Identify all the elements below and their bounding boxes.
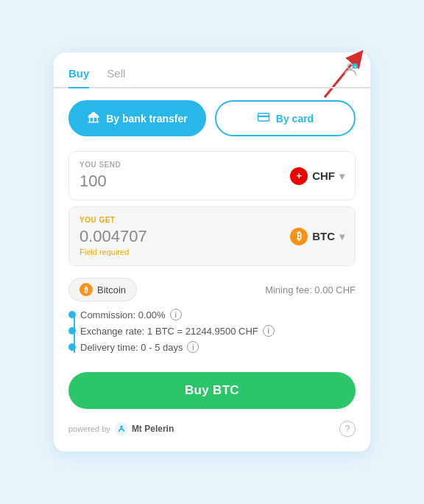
send-section: YOU SEND 100 + CHF ▾ (68, 151, 356, 200)
coin-name: Bitcoin (97, 284, 126, 295)
chf-flag-icon: + (290, 167, 308, 185)
brand-name: Mt Pelerin (132, 424, 174, 434)
tab-buy[interactable]: Buy (68, 63, 89, 88)
exchange-rate-text: Exchange rate: 1 BTC = 21244.9500 CHF (80, 326, 258, 337)
bitcoin-icon: ₿ (80, 283, 93, 296)
mining-fee-label: Mining fee: 0.00 CHF (265, 284, 356, 295)
profile-icon[interactable]: + (342, 61, 358, 80)
tab-sell[interactable]: Sell (107, 63, 125, 88)
powered-by-section: powered by Mt Pelerin (68, 421, 174, 437)
tabs-bar: Buy Sell + (54, 52, 370, 88)
svg-rect-9 (88, 122, 99, 123)
get-label: YOU GET (80, 216, 147, 224)
commission-info-icon[interactable]: i (170, 309, 182, 321)
powered-by-text: powered by (68, 424, 110, 433)
exchange-rate-info-icon[interactable]: i (263, 325, 275, 337)
buy-button[interactable]: Buy BTC (68, 372, 356, 409)
pelerin-logo-icon (113, 421, 130, 437)
card-label: By card (276, 113, 314, 125)
send-label: YOU SEND (80, 161, 121, 169)
get-chevron-icon: ▾ (339, 231, 344, 242)
send-currency-selector[interactable]: + CHF ▾ (290, 167, 344, 185)
bank-transfer-label: By bank transfer (106, 113, 187, 125)
svg-point-2 (347, 64, 353, 69)
svg-marker-10 (88, 112, 99, 116)
svg-rect-5 (88, 116, 99, 118)
commission-row: Commission: 0.00% i (68, 309, 356, 321)
coin-selector[interactable]: ₿ Bitcoin (68, 278, 137, 301)
field-required-text: Field required (80, 248, 147, 256)
widget-card: Buy Sell + By bank (54, 52, 370, 452)
get-value[interactable]: 0.004707 (80, 227, 147, 246)
delivery-time-row: Delivery time: 0 - 5 days i (68, 341, 356, 353)
delivery-time-info-icon[interactable]: i (187, 341, 199, 353)
exchange-rate-row: Exchange rate: 1 BTC = 21244.9500 CHF i (68, 325, 356, 337)
footer: powered by Mt Pelerin ? (54, 421, 370, 437)
btc-icon: ₿ (290, 228, 308, 245)
bank-transfer-button[interactable]: By bank transfer (68, 100, 206, 136)
card-button[interactable]: By card (215, 100, 356, 136)
delivery-time-text: Delivery time: 0 - 5 days (80, 342, 183, 353)
payment-methods: By bank transfer By card (54, 88, 370, 144)
send-value[interactable]: 100 (80, 172, 121, 191)
svg-text:+: + (354, 64, 356, 69)
svg-rect-6 (89, 118, 91, 122)
svg-rect-12 (258, 116, 269, 117)
help-icon[interactable]: ? (339, 421, 356, 437)
get-currency-code: BTC (312, 230, 335, 242)
send-currency-code: CHF (312, 169, 335, 182)
get-currency-selector[interactable]: ₿ BTC ▾ (290, 228, 344, 245)
get-section: YOU GET 0.004707 Field required ₿ BTC ▾ (68, 206, 356, 266)
bank-icon (87, 111, 100, 126)
svg-point-14 (120, 425, 123, 428)
coin-row: ₿ Bitcoin Mining fee: 0.00 CHF (54, 273, 370, 306)
mt-pelerin-logo: Mt Pelerin (113, 421, 174, 437)
svg-rect-7 (93, 118, 95, 122)
vertical-line (74, 315, 75, 353)
card-icon (257, 111, 270, 126)
info-section: Commission: 0.00% i Exchange rate: 1 BTC… (54, 306, 370, 365)
commission-text: Commission: 0.00% (80, 309, 166, 321)
send-chevron-icon: ▾ (339, 170, 344, 182)
svg-rect-8 (97, 118, 99, 122)
